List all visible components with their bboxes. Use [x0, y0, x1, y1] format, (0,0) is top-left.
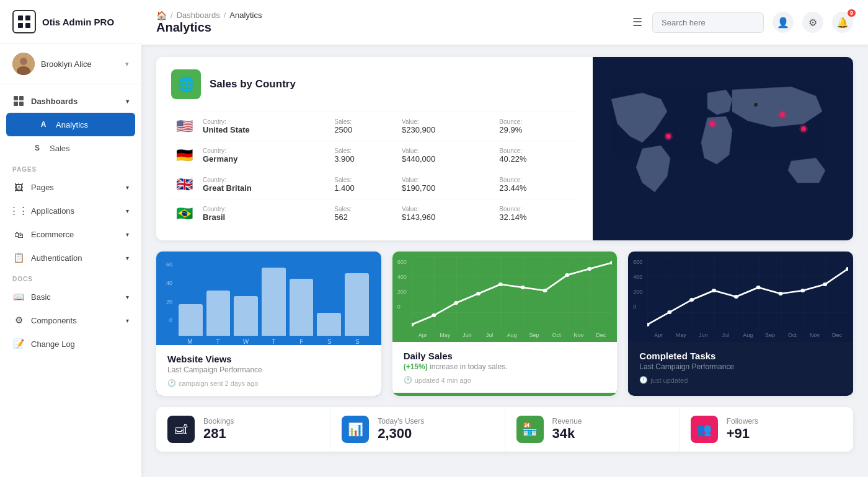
clock-icon-ct: 🕐: [639, 376, 648, 384]
bar: [345, 273, 369, 336]
sidebar-item-analytics[interactable]: A Analytics: [6, 113, 135, 136]
ct-y-200: 200: [633, 289, 642, 295]
pages-section-label: PAGES: [0, 160, 141, 175]
bar-x-label: S: [343, 338, 371, 345]
docs-section-label: DOCS: [0, 269, 141, 285]
svg-rect-22: [647, 256, 848, 331]
changelog-label: Change Log: [31, 339, 75, 349]
bar-x-label: T: [260, 338, 288, 345]
notification-badge: 9: [848, 9, 856, 17]
bar: [262, 268, 286, 336]
components-label: Components: [31, 316, 77, 325]
line-y-0: 0: [397, 304, 407, 310]
header-right: 👤 ⚙ 🔔 9: [652, 12, 853, 33]
user-profile-icon[interactable]: 👤: [773, 12, 794, 33]
svg-rect-1: [25, 15, 30, 20]
country-table-row: 🇩🇪 Country: Germany Sales: 3.900 Value: …: [171, 141, 578, 170]
ct-y-0: 0: [633, 304, 642, 310]
daily-sales-highlight: (+15%): [404, 362, 428, 371]
logo-text: Otis Admin PRO: [42, 17, 114, 27]
sales-by-country-card: 🌐 Sales by Country 🇺🇸 Country: United St…: [156, 57, 853, 240]
settings-icon[interactable]: ⚙: [802, 12, 823, 33]
applications-label: Applications: [31, 206, 74, 216]
bar-x-label: F: [288, 338, 316, 345]
content-area: 🌐 Sales by Country 🇺🇸 Country: United St…: [141, 45, 868, 477]
sidebar-nav: Dashboards ▾ A Analytics S Sales PAGES 🖼…: [0, 84, 141, 477]
svg-rect-7: [14, 96, 18, 100]
sidebar-item-sales[interactable]: S Sales: [0, 136, 141, 160]
svg-rect-9: [14, 102, 18, 106]
country-table-row: 🇺🇸 Country: United State Sales: 2500 Val…: [171, 112, 578, 141]
website-views-chart: 60 40 20 0 MTWTFSS: [156, 252, 381, 345]
website-views-card: 60 40 20 0 MTWTFSS Website Views Last Ca…: [156, 252, 381, 396]
map-dot-europe: [710, 121, 715, 126]
svg-rect-11: [412, 256, 613, 331]
daily-sales-info: Daily Sales (+15%) increase in today sal…: [392, 342, 618, 393]
svg-point-25: [690, 298, 694, 302]
stat-icon: 🛋: [167, 416, 195, 443]
website-views-footer-text: campaign sent 2 days ago: [179, 380, 258, 387]
ct-y-400: 400: [633, 274, 642, 280]
notifications-icon[interactable]: 🔔 9: [832, 12, 853, 33]
svg-point-5: [20, 58, 27, 65]
stats-row: 🛋 Bookings 281 📊 Today's Users 2,300 🏪 R…: [156, 407, 853, 452]
website-views-title: Website Views: [167, 354, 370, 364]
line-y-400: 400: [397, 274, 407, 280]
applications-chevron-icon: ▾: [126, 208, 129, 214]
stat-icon: 📊: [342, 416, 369, 443]
daily-sales-footer-text: updated 4 min ago: [415, 377, 471, 384]
breadcrumb-dashboards[interactable]: Dashboards: [177, 11, 220, 20]
sidebar-item-changelog[interactable]: 📝 Change Log: [0, 332, 141, 356]
basic-chevron-icon: ▾: [126, 294, 129, 300]
logo-icon: [12, 10, 36, 33]
stat-label: Revenue: [552, 417, 582, 426]
changelog-icon: 📝: [12, 338, 25, 350]
daily-sales-chart: 600 400 200 0: [392, 252, 618, 342]
charts-row: 60 40 20 0 MTWTFSS Website Views Last Ca…: [156, 252, 853, 396]
menu-icon[interactable]: ☰: [632, 15, 642, 29]
bar-x-label: W: [232, 338, 260, 345]
svg-point-29: [779, 292, 783, 295]
sidebar-item-components[interactable]: ⚙ Components ▾: [0, 309, 141, 332]
world-map-area: [593, 57, 853, 240]
basic-icon: 📖: [12, 291, 25, 303]
country-table-row: 🇧🇷 Country: Brasil Sales: 562 Value: $14…: [171, 199, 578, 229]
sidebar-item-dashboards[interactable]: Dashboards ▾: [0, 89, 141, 113]
sidebar-item-pages[interactable]: 🖼 Pages ▾: [0, 175, 141, 199]
bar-y-label-40: 40: [166, 280, 172, 286]
stat-item: 🛋 Bookings 281: [156, 407, 330, 452]
stat-value: 2,300: [378, 426, 424, 442]
completed-tasks-card: 600 400 200 0: [628, 252, 853, 396]
breadcrumb-sep-1: /: [170, 11, 173, 20]
analytics-letter-icon: A: [37, 118, 50, 131]
svg-rect-2: [18, 23, 23, 28]
authentication-icon: 📋: [12, 252, 25, 264]
completed-tasks-footer: 🕐 just updated: [639, 376, 842, 384]
bar-y-label-0: 0: [169, 317, 172, 323]
daily-sales-card: 600 400 200 0: [392, 252, 618, 396]
completed-tasks-subtitle: Last Campaign Performance: [639, 362, 842, 371]
authentication-label: Authentication: [31, 253, 82, 263]
sidebar-item-basic[interactable]: 📖 Basic ▾: [0, 285, 141, 309]
completed-tasks-line-svg: [647, 256, 848, 331]
sidebar-item-applications[interactable]: ⋮⋮ Applications ▾: [0, 199, 141, 222]
svg-point-13: [432, 313, 436, 317]
website-views-info: Website Views Last Campaign Performance …: [156, 345, 381, 396]
svg-rect-8: [19, 96, 24, 100]
home-icon: 🏠: [156, 11, 167, 20]
svg-point-16: [498, 282, 503, 286]
ecommerce-icon: 🛍: [12, 228, 25, 240]
dashboards-label: Dashboards: [31, 97, 78, 106]
sidebar-item-authentication[interactable]: 📋 Authentication ▾: [0, 246, 141, 269]
completed-tasks-chart: 600 400 200 0: [628, 252, 853, 342]
search-input[interactable]: [652, 12, 764, 33]
main-area: 🏠 / Dashboards / Analytics Analytics ☰ 👤…: [141, 0, 868, 477]
svg-point-19: [565, 273, 569, 277]
applications-icon: ⋮⋮: [12, 204, 25, 217]
svg-rect-3: [25, 23, 30, 28]
completed-tasks-title: Completed Tasks: [639, 351, 842, 361]
bar-x-label: M: [176, 338, 204, 345]
sidebar-user[interactable]: Brooklyn Alice ▾: [0, 44, 141, 84]
header-title-area: 🏠 / Dashboards / Analytics Analytics: [156, 11, 615, 35]
sidebar-item-ecommerce[interactable]: 🛍 Ecommerce ▾: [0, 222, 141, 246]
